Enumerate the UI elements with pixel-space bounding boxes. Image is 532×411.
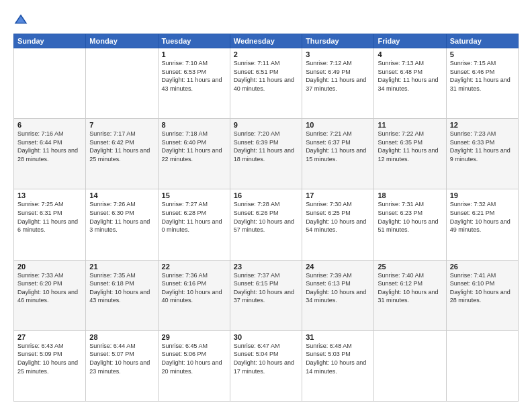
- day-number: 21: [89, 263, 154, 271]
- calendar-cell: 3Sunrise: 7:12 AM Sunset: 6:49 PM Daylig…: [302, 48, 374, 119]
- calendar-cell: 17Sunrise: 7:30 AM Sunset: 6:25 PM Dayli…: [302, 189, 374, 260]
- calendar-cell: 29Sunrise: 6:45 AM Sunset: 5:06 PM Dayli…: [158, 330, 230, 401]
- day-number: 25: [378, 263, 442, 271]
- day-number: 18: [378, 191, 442, 199]
- day-number: 31: [306, 333, 370, 341]
- week-row-2: 13Sunrise: 7:25 AM Sunset: 6:31 PM Dayli…: [14, 189, 519, 260]
- calendar-cell: 23Sunrise: 7:37 AM Sunset: 6:15 PM Dayli…: [230, 260, 302, 330]
- day-number: 1: [162, 50, 226, 58]
- weekday-header-sunday: Sunday: [14, 34, 86, 48]
- calendar-cell: 1Sunrise: 7:10 AM Sunset: 6:53 PM Daylig…: [158, 48, 230, 119]
- logo-icon: [13, 12, 28, 27]
- weekday-header-row: SundayMondayTuesdayWednesdayThursdayFrid…: [14, 34, 519, 48]
- weekday-header-wednesday: Wednesday: [230, 34, 302, 48]
- calendar-cell: [86, 48, 158, 119]
- weekday-header-thursday: Thursday: [302, 34, 374, 48]
- day-number: 10: [306, 121, 370, 129]
- day-number: 13: [17, 191, 82, 199]
- calendar-cell: 27Sunrise: 6:43 AM Sunset: 5:09 PM Dayli…: [14, 330, 86, 401]
- calendar-cell: 31Sunrise: 6:48 AM Sunset: 5:03 PM Dayli…: [302, 330, 374, 401]
- calendar-cell: 13Sunrise: 7:25 AM Sunset: 6:31 PM Dayli…: [14, 189, 86, 260]
- weekday-header-monday: Monday: [86, 34, 158, 48]
- day-info: Sunrise: 7:23 AM Sunset: 6:33 PM Dayligh…: [450, 130, 515, 163]
- day-info: Sunrise: 7:25 AM Sunset: 6:31 PM Dayligh…: [17, 200, 82, 234]
- day-info: Sunrise: 6:43 AM Sunset: 5:09 PM Dayligh…: [17, 342, 82, 375]
- day-info: Sunrise: 7:28 AM Sunset: 6:26 PM Dayligh…: [234, 200, 298, 234]
- day-number: 4: [378, 50, 442, 58]
- logo: [13, 12, 31, 27]
- week-row-3: 20Sunrise: 7:33 AM Sunset: 6:20 PM Dayli…: [14, 260, 519, 330]
- header: [13, 12, 519, 27]
- day-info: Sunrise: 7:41 AM Sunset: 6:10 PM Dayligh…: [450, 271, 515, 305]
- day-number: 23: [234, 263, 298, 271]
- day-number: 30: [234, 333, 298, 341]
- day-info: Sunrise: 7:13 AM Sunset: 6:48 PM Dayligh…: [378, 59, 442, 93]
- calendar-cell: [446, 330, 518, 401]
- calendar-cell: 9Sunrise: 7:20 AM Sunset: 6:39 PM Daylig…: [230, 119, 302, 189]
- day-number: 22: [162, 263, 226, 271]
- day-info: Sunrise: 6:48 AM Sunset: 5:03 PM Dayligh…: [306, 342, 370, 375]
- day-info: Sunrise: 7:20 AM Sunset: 6:39 PM Dayligh…: [234, 130, 298, 163]
- day-number: 9: [234, 121, 298, 129]
- day-number: 8: [162, 121, 226, 129]
- calendar-cell: 30Sunrise: 6:47 AM Sunset: 5:04 PM Dayli…: [230, 330, 302, 401]
- calendar-cell: 25Sunrise: 7:40 AM Sunset: 6:12 PM Dayli…: [374, 260, 446, 330]
- day-number: 3: [306, 50, 370, 58]
- calendar-cell: [14, 48, 86, 119]
- calendar-cell: 15Sunrise: 7:27 AM Sunset: 6:28 PM Dayli…: [158, 189, 230, 260]
- day-info: Sunrise: 7:11 AM Sunset: 6:51 PM Dayligh…: [234, 59, 298, 93]
- day-info: Sunrise: 7:40 AM Sunset: 6:12 PM Dayligh…: [378, 271, 442, 305]
- page: SundayMondayTuesdayWednesdayThursdayFrid…: [0, 0, 532, 411]
- calendar-table: SundayMondayTuesdayWednesdayThursdayFrid…: [13, 34, 519, 402]
- calendar-cell: 2Sunrise: 7:11 AM Sunset: 6:51 PM Daylig…: [230, 48, 302, 119]
- day-info: Sunrise: 7:37 AM Sunset: 6:15 PM Dayligh…: [234, 271, 298, 305]
- day-number: 5: [450, 50, 515, 58]
- calendar-cell: 24Sunrise: 7:39 AM Sunset: 6:13 PM Dayli…: [302, 260, 374, 330]
- day-number: 17: [306, 191, 370, 199]
- day-number: 24: [306, 263, 370, 271]
- calendar-cell: 22Sunrise: 7:36 AM Sunset: 6:16 PM Dayli…: [158, 260, 230, 330]
- day-number: 11: [378, 121, 442, 129]
- day-number: 29: [162, 333, 226, 341]
- day-info: Sunrise: 7:10 AM Sunset: 6:53 PM Dayligh…: [162, 59, 226, 93]
- calendar-cell: 28Sunrise: 6:44 AM Sunset: 5:07 PM Dayli…: [86, 330, 158, 401]
- calendar-cell: 4Sunrise: 7:13 AM Sunset: 6:48 PM Daylig…: [374, 48, 446, 119]
- week-row-4: 27Sunrise: 6:43 AM Sunset: 5:09 PM Dayli…: [14, 330, 519, 401]
- calendar-cell: 12Sunrise: 7:23 AM Sunset: 6:33 PM Dayli…: [446, 119, 518, 189]
- calendar-cell: 26Sunrise: 7:41 AM Sunset: 6:10 PM Dayli…: [446, 260, 518, 330]
- calendar-cell: 7Sunrise: 7:17 AM Sunset: 6:42 PM Daylig…: [86, 119, 158, 189]
- calendar-cell: 18Sunrise: 7:31 AM Sunset: 6:23 PM Dayli…: [374, 189, 446, 260]
- week-row-0: 1Sunrise: 7:10 AM Sunset: 6:53 PM Daylig…: [14, 48, 519, 119]
- day-info: Sunrise: 7:26 AM Sunset: 6:30 PM Dayligh…: [89, 200, 154, 234]
- calendar-cell: 5Sunrise: 7:15 AM Sunset: 6:46 PM Daylig…: [446, 48, 518, 119]
- week-row-1: 6Sunrise: 7:16 AM Sunset: 6:44 PM Daylig…: [14, 119, 519, 189]
- calendar-cell: 16Sunrise: 7:28 AM Sunset: 6:26 PM Dayli…: [230, 189, 302, 260]
- day-number: 20: [17, 263, 82, 271]
- calendar-cell: 20Sunrise: 7:33 AM Sunset: 6:20 PM Dayli…: [14, 260, 86, 330]
- day-number: 15: [162, 191, 226, 199]
- day-info: Sunrise: 7:18 AM Sunset: 6:40 PM Dayligh…: [162, 130, 226, 163]
- calendar-cell: 10Sunrise: 7:21 AM Sunset: 6:37 PM Dayli…: [302, 119, 374, 189]
- day-number: 19: [450, 191, 515, 199]
- day-number: 27: [17, 333, 82, 341]
- day-number: 2: [234, 50, 298, 58]
- day-info: Sunrise: 6:44 AM Sunset: 5:07 PM Dayligh…: [89, 342, 154, 375]
- day-info: Sunrise: 7:31 AM Sunset: 6:23 PM Dayligh…: [378, 200, 442, 234]
- weekday-header-saturday: Saturday: [446, 34, 518, 48]
- day-info: Sunrise: 7:21 AM Sunset: 6:37 PM Dayligh…: [306, 130, 370, 163]
- weekday-header-friday: Friday: [374, 34, 446, 48]
- day-number: 14: [89, 191, 154, 199]
- day-info: Sunrise: 7:17 AM Sunset: 6:42 PM Dayligh…: [89, 130, 154, 163]
- day-info: Sunrise: 7:39 AM Sunset: 6:13 PM Dayligh…: [306, 271, 370, 305]
- day-info: Sunrise: 6:47 AM Sunset: 5:04 PM Dayligh…: [234, 342, 298, 375]
- day-info: Sunrise: 7:30 AM Sunset: 6:25 PM Dayligh…: [306, 200, 370, 234]
- calendar-cell: 14Sunrise: 7:26 AM Sunset: 6:30 PM Dayli…: [86, 189, 158, 260]
- day-info: Sunrise: 7:16 AM Sunset: 6:44 PM Dayligh…: [17, 130, 82, 163]
- day-info: Sunrise: 7:35 AM Sunset: 6:18 PM Dayligh…: [89, 271, 154, 305]
- day-info: Sunrise: 6:45 AM Sunset: 5:06 PM Dayligh…: [162, 342, 226, 375]
- calendar-cell: 6Sunrise: 7:16 AM Sunset: 6:44 PM Daylig…: [14, 119, 86, 189]
- day-info: Sunrise: 7:36 AM Sunset: 6:16 PM Dayligh…: [162, 271, 226, 305]
- calendar-cell: 19Sunrise: 7:32 AM Sunset: 6:21 PM Dayli…: [446, 189, 518, 260]
- day-number: 26: [450, 263, 515, 271]
- calendar-cell: 11Sunrise: 7:22 AM Sunset: 6:35 PM Dayli…: [374, 119, 446, 189]
